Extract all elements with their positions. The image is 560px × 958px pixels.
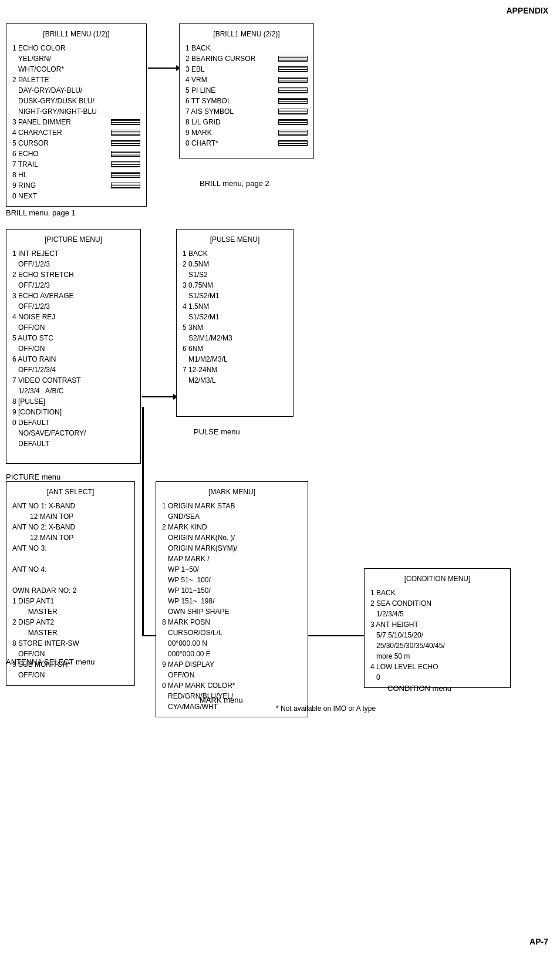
condition-menu-label: CONDITION menu	[387, 684, 451, 693]
list-item: DAY-GRY/DAY-BLU/	[12, 85, 140, 96]
list-item: YEL/GRN/	[12, 53, 140, 64]
list-item: 00°000.00 N	[162, 638, 302, 649]
brill1-page2-title: [BRILL1 MENU (2/2)]	[185, 29, 308, 39]
list-item: 0 NEXT	[12, 191, 140, 201]
brill1-page2-content: 1 BACK 2 BEARING CURSOR 3 EBL 4 VRM 5 PI…	[185, 43, 308, 149]
list-item: more 50 m	[370, 651, 504, 662]
list-item: 1 ORIGIN MARK STAB	[162, 501, 302, 511]
list-item: S1/S2	[183, 269, 287, 280]
list-item: DEFAULT	[12, 438, 134, 449]
arrow-picture-to-pulse	[142, 396, 174, 397]
list-item: 3 ANT HEIGHT	[370, 619, 504, 630]
list-item: 4 LOW LEVEL ECHO	[370, 662, 504, 672]
mark-menu-content: 1 ORIGIN MARK STAB GND/SEA 2 MARK KIND O…	[162, 501, 302, 712]
list-item: 2 0.5NM	[183, 259, 287, 269]
appendix-title: APPENDIX	[506, 6, 548, 15]
list-item: NO/SAVE/FACTORY/	[12, 428, 134, 438]
list-item: OFF/1/2/3	[12, 280, 134, 291]
list-item: 7 AIS SYMBOL	[185, 106, 308, 117]
list-item: 1/2/3/4 A/B/C	[12, 386, 134, 396]
list-item: 4 1.5NM	[183, 301, 287, 312]
list-item: 3 EBL	[185, 64, 308, 75]
list-item: S2/M1/M2/M3	[183, 333, 287, 343]
list-item: 2 ECHO STRETCH	[12, 269, 134, 280]
list-item: 000°000.00 E	[162, 649, 302, 659]
list-item: 1 INT REJECT	[12, 248, 134, 259]
pulse-menu-content: 1 BACK 2 0.5NM S1/S2 3 0.75NM S1/S2/M1 4…	[183, 248, 287, 386]
ant-select-title: [ANT SELECT]	[12, 487, 129, 497]
list-item: OFF/1/2/3/4	[12, 365, 134, 375]
list-item: 5/7.5/10/15/20/	[370, 630, 504, 640]
list-item: MAP MARK /	[162, 554, 302, 564]
list-item: ANT NO 4:	[12, 564, 129, 575]
list-item: MASTER	[12, 628, 129, 638]
list-item: 5 PI LINE	[185, 85, 308, 96]
list-item: NIGHT-GRY/NIGHT-BLU	[12, 106, 140, 117]
list-item: 8 [PULSE]	[12, 396, 134, 407]
list-item: OWN RADAR NO: 2	[12, 585, 129, 596]
condition-menu-title: [CONDITION MENU]	[370, 574, 504, 584]
list-item: 0	[370, 672, 504, 683]
list-item: DUSK-GRY/DUSK BLU/	[12, 96, 140, 106]
page-number: AP-7	[529, 937, 548, 946]
list-item: OFF/ON	[162, 670, 302, 680]
list-item: WP 151~ 198/	[162, 596, 302, 606]
list-item: 5 3NM	[183, 322, 287, 333]
list-item: 6 ECHO	[12, 149, 140, 159]
list-item: 4 CHARACTER	[12, 127, 140, 138]
list-item: 2 BEARING CURSOR	[185, 53, 308, 64]
list-item: 1 BACK	[370, 588, 504, 598]
list-item: 2 DISP ANT2	[12, 617, 129, 628]
list-item: 8 L/L GRID	[185, 117, 308, 127]
list-item: 0 CHART*	[185, 138, 308, 149]
pulse-menu-title: [PULSE MENU]	[183, 234, 287, 245]
mark-menu-label: MARK menu	[200, 696, 243, 704]
list-item: 25/30/25/30/35/40/45/	[370, 640, 504, 651]
connector-picture-condition-vertical	[142, 407, 144, 636]
brill1-page2-box: [BRILL1 MENU (2/2)] 1 BACK 2 BEARING CUR…	[179, 23, 314, 158]
list-item: OFF/ON	[12, 670, 129, 680]
list-item: 3 PANEL DIMMER	[12, 117, 140, 127]
list-item: 1 DISP ANT1	[12, 596, 129, 606]
brill1-page1-title: [BRILL1 MENU (1/2)]	[12, 29, 140, 39]
list-item: OFF/ON	[12, 343, 134, 354]
picture-menu-box: [PICTURE MENU] 1 INT REJECT OFF/1/2/3 2 …	[6, 229, 141, 464]
list-item: WP 1~50/	[162, 564, 302, 575]
list-item: 9 RING	[12, 180, 140, 191]
list-item: 6 AUTO RAIN	[12, 354, 134, 365]
list-item: 4 VRM	[185, 75, 308, 85]
list-item: S1/S2/M1	[183, 312, 287, 322]
list-item: ORIGIN MARK(SYM)/	[162, 543, 302, 554]
pulse-menu-box: [PULSE MENU] 1 BACK 2 0.5NM S1/S2 3 0.75…	[176, 229, 294, 417]
list-item: 0 DEFAULT	[12, 417, 134, 428]
picture-menu-label: PICTURE menu	[6, 473, 60, 481]
list-item: 8 HL	[12, 170, 140, 180]
list-item: 2 SEA CONDITION	[370, 598, 504, 609]
picture-menu-content: 1 INT REJECT OFF/1/2/3 2 ECHO STRETCH OF…	[12, 248, 134, 449]
list-item: 8 STORE INTER-SW	[12, 638, 129, 649]
arrow-brill1-to-brill2	[148, 68, 177, 69]
list-item: M2/M3/L	[183, 375, 287, 386]
brill1-page1-label: BRILL menu, page 1	[6, 208, 76, 217]
ant-select-label: ANTENNA SELECT menu	[6, 657, 95, 666]
list-item: 2 MARK KIND	[162, 522, 302, 532]
brill1-page2-label: BRILL menu, page 2	[200, 179, 269, 188]
list-item: 8 MARK POSN	[162, 617, 302, 628]
list-item: S1/S2/M1	[183, 291, 287, 301]
list-item: 1 ECHO COLOR	[12, 43, 140, 53]
list-item: ANT NO 3:	[12, 543, 129, 554]
list-item: 7 VIDEO CONTRAST	[12, 375, 134, 386]
mark-menu-title: [MARK MENU]	[162, 487, 302, 497]
list-item: 0 MAP MARK COLOR*	[162, 680, 302, 691]
list-item: 3 ECHO AVERAGE	[12, 291, 134, 301]
list-item: ORIGIN MARK(No. )/	[162, 532, 302, 543]
list-item: 4 NOISE REJ	[12, 312, 134, 322]
list-item: 7 12-24NM	[183, 365, 287, 375]
list-item: OWN SHIP SHAPE	[162, 606, 302, 617]
brill1-page1-box: [BRILL1 MENU (1/2)] 1 ECHO COLOR YEL/GRN…	[6, 23, 147, 207]
list-item: M1/M2/M3/L	[183, 354, 287, 365]
list-item	[12, 554, 129, 564]
list-item: ANT NO 1: X-BAND	[12, 501, 129, 511]
ant-select-content: ANT NO 1: X-BAND 12 MAIN TOP ANT NO 2: X…	[12, 501, 129, 680]
list-item: 6 6NM	[183, 343, 287, 354]
